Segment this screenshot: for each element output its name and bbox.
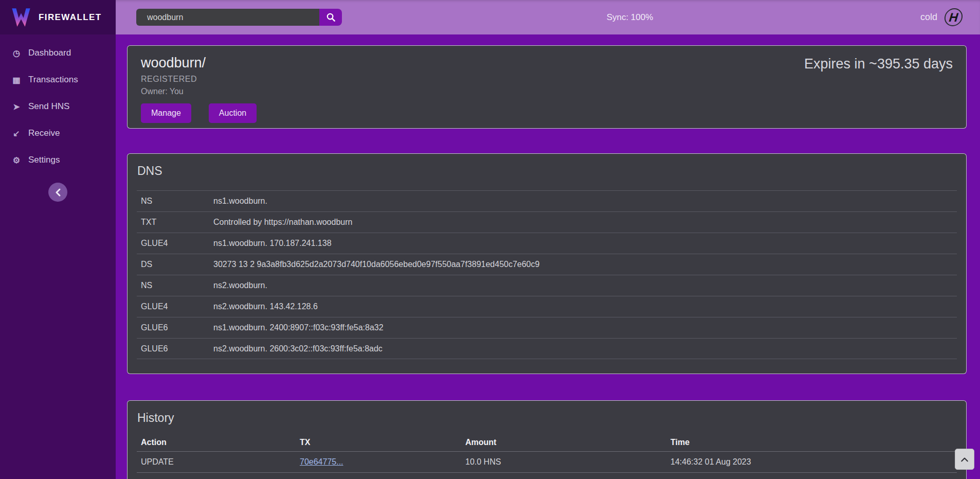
caret-up-icon xyxy=(960,456,969,463)
dns-record-row: GLUE6ns2.woodburn. 2600:3c02::f03c:93ff:… xyxy=(137,338,957,359)
sidebar-item-label: Dashboard xyxy=(28,48,71,58)
dns-record-row: GLUE4ns1.woodburn. 170.187.241.138 xyxy=(137,233,957,254)
sidebar-item-settings[interactable]: ⚙Settings xyxy=(0,147,116,173)
dns-record-value: ns2.woodburn. xyxy=(213,281,957,290)
manage-button[interactable]: Manage xyxy=(141,103,191,123)
tx-link[interactable]: 70e64775... xyxy=(300,457,343,466)
dns-title: DNS xyxy=(137,164,957,178)
dns-record-type: GLUE6 xyxy=(137,344,213,353)
sidebar-item-send-hns[interactable]: ➤Send HNS xyxy=(0,93,116,120)
send-icon: ➤ xyxy=(11,102,22,112)
dns-record-value: ns2.woodburn. 2600:3c02::f03c:93ff:fe5a:… xyxy=(213,344,957,353)
dns-record-type: GLUE4 xyxy=(137,239,213,248)
history-time: 14:46:32 01 Aug 2023 xyxy=(670,457,957,467)
scroll-to-top-button[interactable] xyxy=(955,449,974,470)
sidebar-item-transactions[interactable]: ▦Transactions xyxy=(0,66,116,93)
dns-table: NSns1.woodburn.TXTControlled by https://… xyxy=(137,190,957,359)
handshake-wallet-icon: H xyxy=(943,8,964,26)
domain-owner: Owner: You xyxy=(141,87,953,96)
history-header-row: ActionTXAmountTime xyxy=(137,433,957,452)
sidebar-nav: ◷Dashboard▦Transactions➤Send HNS↙Receive… xyxy=(0,34,116,173)
sidebar-item-label: Transactions xyxy=(28,75,78,85)
dns-record-row: TXTControlled by https://nathan.woodburn xyxy=(137,211,957,233)
search-input[interactable] xyxy=(136,9,319,26)
dns-record-row: NSns1.woodburn. xyxy=(137,190,957,211)
expires-label: Expires in ~395.35 days xyxy=(804,56,953,72)
history-row: RENEWd73e3af...10.0 HNS15:17:36 07 Jul 2… xyxy=(137,473,957,479)
sidebar-item-dashboard[interactable]: ◷Dashboard xyxy=(0,40,116,66)
brand-name: FIREWALLET xyxy=(39,12,102,23)
receive-icon: ↙ xyxy=(11,129,22,138)
dns-record-type: NS xyxy=(137,197,213,206)
brand: FIREWALLET xyxy=(0,0,116,34)
dns-record-type: DS xyxy=(137,260,213,269)
history-column-header: Action xyxy=(137,438,300,447)
history-column-header: TX xyxy=(300,438,465,447)
search-button[interactable] xyxy=(319,9,342,26)
dns-record-value: Controlled by https://nathan.woodburn xyxy=(213,218,957,227)
dns-record-type: GLUE6 xyxy=(137,323,213,332)
history-column-header: Time xyxy=(670,438,957,447)
dns-record-value: ns1.woodburn. xyxy=(213,197,957,206)
sidebar-item-label: Receive xyxy=(28,128,60,138)
chevron-left-icon xyxy=(55,188,62,197)
dashboard-icon: ◷ xyxy=(11,48,22,58)
dns-record-row: GLUE4ns2.woodburn. 143.42.128.6 xyxy=(137,296,957,317)
domain-status: REGISTERED xyxy=(141,75,953,84)
domain-buttons: Manage Auction xyxy=(141,103,953,123)
history-card: History ActionTXAmountTime UPDATE70e6477… xyxy=(127,400,967,479)
settings-icon: ⚙ xyxy=(11,155,22,165)
dns-record-type: NS xyxy=(137,281,213,290)
sidebar: FIREWALLET ◷Dashboard▦Transactions➤Send … xyxy=(0,0,116,479)
sidebar-item-label: Settings xyxy=(28,155,60,165)
dns-record-value: 30273 13 2 9a3a8fb3d625d2a2073d740f10da6… xyxy=(213,260,957,269)
history-table: ActionTXAmountTime UPDATE70e64775...10.0… xyxy=(137,433,957,479)
history-title: History xyxy=(137,411,957,425)
dns-record-value: ns1.woodburn. 2400:8907::f03c:93ff:fe5a:… xyxy=(213,323,957,332)
search-bar xyxy=(136,9,342,26)
history-action: UPDATE xyxy=(137,457,300,467)
dns-record-row: DS30273 13 2 9a3a8fb3d625d2a2073d740f10d… xyxy=(137,254,957,275)
topbar: Sync: 100% cold H xyxy=(116,0,980,34)
dns-record-row: NSns2.woodburn. xyxy=(137,275,957,296)
wallet-selector[interactable]: cold H xyxy=(920,0,963,34)
dns-record-value: ns2.woodburn. 143.42.128.6 xyxy=(213,302,957,311)
dns-record-type: GLUE4 xyxy=(137,302,213,311)
auction-button[interactable]: Auction xyxy=(209,103,257,123)
dns-record-row: GLUE6ns1.woodburn. 2400:8907::f03c:93ff:… xyxy=(137,317,957,338)
sidebar-item-receive[interactable]: ↙Receive xyxy=(0,120,116,147)
sidebar-item-label: Send HNS xyxy=(28,101,69,112)
history-amount: 10.0 HNS xyxy=(465,457,670,467)
search-icon xyxy=(326,12,336,22)
history-column-header: Amount xyxy=(465,438,670,447)
sidebar-collapse-button[interactable] xyxy=(48,183,67,202)
firewallet-logo-icon xyxy=(10,7,32,28)
transactions-icon: ▦ xyxy=(11,75,22,85)
history-row: UPDATE70e64775...10.0 HNS14:46:32 01 Aug… xyxy=(137,452,957,473)
sync-status: Sync: 100% xyxy=(578,12,681,23)
dns-card: DNS NSns1.woodburn.TXTControlled by http… xyxy=(127,153,967,374)
wallet-mode-label: cold xyxy=(920,12,937,23)
domain-card: woodburn/ REGISTERED Owner: You Manage A… xyxy=(127,45,967,129)
dns-record-value: ns1.woodburn. 170.187.241.138 xyxy=(213,239,957,248)
dns-record-type: TXT xyxy=(137,218,213,227)
